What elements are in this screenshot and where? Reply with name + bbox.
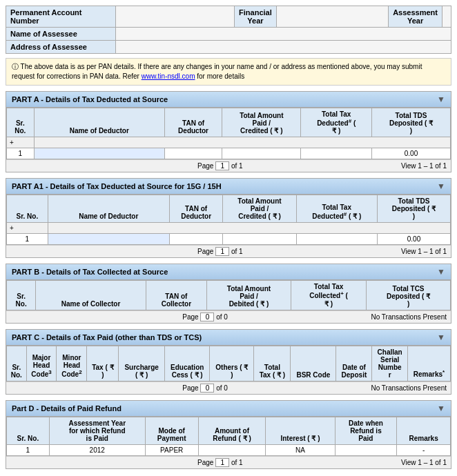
pagination-spacer [10, 162, 39, 170]
col-total-amount-paid: Total AmountPaid /Debited ( ₹ ) [207, 281, 291, 310]
section-c-table: Sr.No. MajorHeadCode3 MinorHeadCode2 Tax… [6, 346, 451, 381]
pagination-spacer [10, 459, 39, 466]
section-a-collapse-icon[interactable]: ▼ [437, 95, 445, 104]
section-d-table: Sr. No. Assessment Yearfor which Refundi… [6, 417, 451, 456]
page-input[interactable] [215, 161, 229, 170]
section-a1-title: PART A1 - Details of Tax Deducted at Sou… [12, 182, 222, 190]
name-value [116, 28, 451, 41]
row-total-amount [223, 234, 296, 245]
col-total-amount: Total AmountPaid /Credited ( ₹ ) [222, 108, 301, 137]
section-a-table: Sr.No. Name of Deductor TAN ofDeductor T… [6, 108, 451, 159]
financial-year-value [276, 6, 388, 28]
col-sr: Sr.No. [7, 108, 35, 137]
col-tan: TAN ofDeductor [164, 108, 222, 137]
section-a1: PART A1 - Details of Tax Deducted at Sou… [6, 178, 451, 258]
col-tax: Tax ( ₹) [87, 346, 119, 381]
info-link[interactable]: www.tin-nsdl.com [142, 72, 195, 80]
col-total-tds: Total TDSDeposited ( ₹) [377, 195, 450, 223]
section-b-pagination: Page of 0 No Transactions Present [6, 310, 451, 323]
header-table: Permanent Account Number Financial Year … [6, 6, 451, 54]
row-total-amount [222, 148, 301, 159]
row-amount [198, 444, 266, 455]
page-label: Page of 0 [182, 384, 228, 393]
row-sr-d: 1 [7, 444, 50, 455]
row-tan [169, 234, 223, 245]
section-a: PART A - Details of Tax Deducted at Sour… [6, 91, 451, 172]
row-name [34, 148, 164, 159]
col-tan: TAN ofDeductor [169, 195, 223, 223]
section-a1-pagination: Page of 1 View 1 – 1 of 1 [6, 245, 451, 257]
table-row: 1 0.00 [7, 148, 451, 159]
section-b-title: PART B - Details of Tax Collected at Sou… [12, 268, 168, 276]
section-c-collapse-icon[interactable]: ▼ [437, 333, 445, 342]
section-d-collapse-icon[interactable]: ▼ [437, 404, 445, 413]
section-a-title: PART A - Details of Tax Deducted at Sour… [12, 95, 168, 103]
info-text2: for more details [195, 72, 245, 80]
page-input[interactable] [200, 384, 214, 393]
row-mode: PAPER [145, 444, 198, 455]
col-amount-refund: Amount ofRefund ( ₹ ) [198, 417, 266, 444]
col-total-tax: TotalTax ( ₹ ) [254, 346, 291, 381]
row-date-refund [335, 444, 397, 455]
section-b-table: Sr.No. Name of Collector TAN ofCollector… [6, 280, 451, 310]
section-d-pagination: Page of 1 View 1 – 1 of 1 [6, 456, 451, 468]
col-sr: Sr.No. [7, 281, 36, 310]
section-d-title: Part D - Details of Paid Refund [12, 404, 121, 413]
col-date-deposit: Date ofDeposit [336, 346, 372, 381]
section-c-title: PART C - Details of Tax Paid (other than… [12, 333, 202, 341]
section-b-header: PART B - Details of Tax Collected at Sou… [6, 264, 451, 280]
section-a-header: PART A - Details of Tax Deducted at Sour… [6, 92, 451, 108]
section-a1-header: PART A1 - Details of Tax Deducted at Sou… [6, 179, 451, 195]
row-name [48, 234, 169, 245]
page-label: Page of 0 [182, 313, 228, 321]
col-name-collector: Name of Collector [36, 281, 146, 310]
col-remarks-d: Remarks [397, 417, 451, 444]
section-a1-table: Sr. No. Name of Deductor TAN ofDeductor … [6, 195, 451, 245]
add-row-a: + [7, 137, 451, 148]
section-b-collapse-icon[interactable]: ▼ [437, 267, 445, 277]
page-input[interactable] [200, 313, 214, 321]
assessment-year-label: Assessment Year [389, 6, 443, 28]
col-sr: Sr. No. [7, 195, 48, 223]
section-a1-collapse-icon[interactable]: ▼ [437, 181, 445, 191]
address-value [116, 41, 451, 54]
section-c-header: PART C - Details of Tax Paid (other than… [6, 330, 451, 346]
page-label: Page of 1 [197, 161, 243, 170]
section-d: Part D - Details of Paid Refund ▼ Sr. No… [6, 400, 451, 469]
pagination-spacer [10, 248, 39, 255]
col-total-tax: Total TaxDeducted# (₹ ) [301, 108, 372, 137]
view-info: View 1 – 1 of 1 [401, 162, 447, 170]
col-sr: Sr.No. [7, 346, 27, 381]
page-input[interactable] [215, 458, 229, 467]
financial-year-label: Financial Year [235, 6, 277, 28]
col-surcharge: Surcharge( ₹ ) [119, 346, 165, 381]
page-label: Page of 1 [197, 458, 243, 467]
section-b: PART B - Details of Tax Collected at Sou… [6, 264, 451, 323]
no-transactions-b: No Transactions Present [371, 313, 447, 321]
section-a-pagination: Page of 1 View 1 – 1 of 1 [6, 159, 451, 172]
table-row: 1 0.00 [7, 234, 451, 245]
page-wrapper: Permanent Account Number Financial Year … [0, 0, 457, 476]
row-remarks: - [397, 444, 451, 455]
section-c-pagination: Page of 0 No Transactions Present [6, 381, 451, 394]
info-box: ⓘ The above data is as per PAN details. … [6, 58, 451, 86]
view-info-d: View 1 – 1 of 1 [401, 459, 447, 466]
col-total-tcs: Total TCSDeposited ( ₹) [367, 281, 451, 310]
page-label: Page of 1 [197, 247, 243, 256]
col-total-tds: Total TDSDeposited ( ₹) [372, 108, 451, 137]
col-total-tax: Total TaxDeducted# ( ₹ ) [296, 195, 377, 223]
row-sr: 1 [7, 148, 35, 159]
col-bsr: BSR Code [291, 346, 336, 381]
col-assessment-year: Assessment Yearfor which Refundis Paid [49, 417, 145, 444]
col-challan: ChallanSerialNumber [372, 346, 407, 381]
page-input[interactable] [215, 247, 229, 256]
add-row-a1: + [7, 223, 451, 234]
no-transactions-c: No Transactions Present [371, 384, 447, 392]
view-info: View 1 – 1 of 1 [401, 248, 447, 255]
row-total-tax [301, 148, 372, 159]
pagination-spacer [10, 313, 39, 321]
row-total-tds: 0.00 [372, 148, 451, 159]
col-others: Others ( ₹) [210, 346, 254, 381]
col-date-refund: Date whenRefund isPaid [335, 417, 397, 444]
row-tan [164, 148, 222, 159]
